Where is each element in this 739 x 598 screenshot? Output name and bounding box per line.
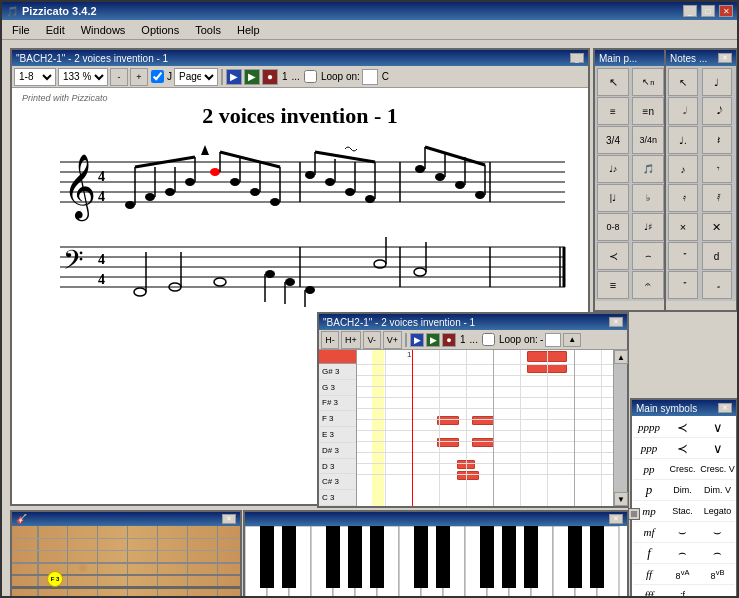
sym-curve1[interactable]: ⌣ [665,524,700,540]
h-minus-btn[interactable]: H- [321,331,339,349]
tool-btn-18[interactable]: ♭ [632,184,664,212]
sym-fff[interactable]: fff [633,589,665,598]
pr-loop-input[interactable] [545,333,561,347]
tool-btn-9[interactable]: 3/4 [597,126,629,154]
pr-loop-check[interactable] [482,333,495,346]
note-btn-15[interactable]: 𝄻 [668,271,698,299]
sym-fff-2[interactable]: :f [665,590,700,598]
tool-btn-22[interactable]: ♩♯ [632,213,664,241]
v-plus-btn[interactable]: V+ [383,331,402,349]
tool-btn-2[interactable]: ↖n [632,68,664,96]
loop-input[interactable] [362,69,378,85]
pr-play-blue[interactable]: ▶ [410,333,424,347]
close-button[interactable]: ✕ [719,5,733,17]
loop-checkbox[interactable] [304,70,317,83]
tool-btn-21[interactable]: 0-8 [597,213,629,241]
h-plus-btn[interactable]: H+ [341,331,361,349]
sym-f[interactable]: f [633,545,665,561]
sym-ff[interactable]: ff [633,568,665,580]
plus-btn[interactable]: + [130,68,148,86]
sym-pppp-2[interactable]: ≺ [665,420,700,435]
sym-ppp-2[interactable]: ≺ [665,441,700,456]
pr-play-green[interactable]: ▶ [426,333,440,347]
sym-cresc-v[interactable]: Cresc. V [700,464,735,474]
note-btn-4[interactable]: 𝅘𝅥𝅮 [702,97,732,125]
guitar-close[interactable]: ✕ [222,514,236,524]
note-block-d3-1[interactable] [437,438,459,447]
sym-p[interactable]: p [633,482,665,498]
maximize-button[interactable]: □ [701,5,715,17]
tool-btn-14[interactable]: 🎵 [632,155,664,183]
sym-pppp-3[interactable]: ∨ [700,420,735,435]
piano-roll-close[interactable]: ✕ [609,317,623,327]
tool-btn-5[interactable]: ≡ [597,97,629,125]
range-select[interactable]: 1-8 [14,68,56,86]
menu-help[interactable]: Help [229,22,268,38]
note-block-e3-2[interactable] [472,416,494,425]
menu-edit[interactable]: Edit [38,22,73,38]
pr-scroll-up[interactable]: ▲ [563,333,581,347]
check-box[interactable] [151,70,164,83]
note-block-d3-2[interactable] [472,438,494,447]
menu-options[interactable]: Options [133,22,187,38]
v-minus-btn[interactable]: V- [363,331,381,349]
tool-btn-29[interactable]: ≡ [597,271,629,299]
menu-file[interactable]: File [4,22,38,38]
sym-curve2[interactable]: ⌣ [700,524,735,540]
sym-ppp-3[interactable]: ∨ [700,441,735,456]
sym-stac[interactable]: Stac. [665,506,700,516]
note-btn-11[interactable]: × [668,213,698,241]
note-block-c3-1[interactable] [457,471,479,480]
note-btn-3[interactable]: 𝅗𝅥 [668,97,698,125]
menu-windows[interactable]: Windows [73,22,134,38]
tool-btn-26[interactable]: ⌢ [632,242,664,270]
note-btn-7[interactable]: ♪ [668,155,698,183]
zoom-select[interactable]: 133 % [58,68,108,86]
note-btn-5[interactable]: ♩. [668,126,698,154]
view-select[interactable]: Page [174,68,218,86]
note-btn-12[interactable]: ✕ [702,213,732,241]
sym-cresc[interactable]: Cresc. [665,464,700,474]
pr-scroll-down-btn[interactable]: ▼ [614,492,628,506]
tool-btn-10[interactable]: 3/4n [632,126,664,154]
tool-btn-6[interactable]: ≡n [632,97,664,125]
minimize-button[interactable]: _ [683,5,697,17]
notes-panel-close[interactable]: ✕ [718,53,732,63]
play-btn-green[interactable]: ▶ [244,69,260,85]
sym-arc2[interactable]: ⌢ [700,545,735,561]
note-btn-2[interactable]: ♩ [702,68,732,96]
symbols-close[interactable]: ✕ [718,403,732,413]
sym-dim-v[interactable]: Dim. V [700,485,735,495]
note-btn-16[interactable]: 𝅗 [702,271,732,299]
tool-btn-30[interactable]: 𝄐 [632,271,664,299]
record-btn[interactable]: ● [262,69,278,85]
sym-arc1[interactable]: ⌢ [665,545,700,561]
note-btn-9[interactable]: 𝄿 [668,184,698,212]
note-btn-14[interactable]: d [702,242,732,270]
pr-record[interactable]: ● [442,333,456,347]
play-btn-blue[interactable]: ▶ [226,69,242,85]
tool-btn-13[interactable]: ♩♪ [597,155,629,183]
pr-dots[interactable]: ... [470,334,478,345]
sym-8vb[interactable]: 8vB [700,568,735,581]
note-btn-10[interactable]: 𝅀 [702,184,732,212]
tool-btn-1[interactable]: ↖ [597,68,629,96]
sym-8va[interactable]: 8vA [665,568,700,581]
tool-btn-17[interactable]: |♩ [597,184,629,212]
piano-close[interactable]: ✕ [609,514,623,524]
note-btn-1[interactable]: ↖ [668,68,698,96]
note-btn-13[interactable]: 𝄻 [668,242,698,270]
sym-pp[interactable]: pp [633,463,665,475]
note-btn-6[interactable]: 𝄽 [702,126,732,154]
note-btn-8[interactable]: 𝄾 [702,155,732,183]
sym-legato[interactable]: Legato [700,506,735,516]
sym-ppp[interactable]: ppp [633,442,665,454]
score-minimize-btn[interactable]: _ [570,53,584,63]
note-block-e3-1[interactable] [437,416,459,425]
minus-btn[interactable]: - [110,68,128,86]
sym-mf[interactable]: mf [633,526,665,538]
dots-btn[interactable]: ... [292,71,300,82]
menu-tools[interactable]: Tools [187,22,229,38]
tool-btn-25[interactable]: ≺ [597,242,629,270]
pr-scroll-up-btn[interactable]: ▲ [614,350,628,364]
